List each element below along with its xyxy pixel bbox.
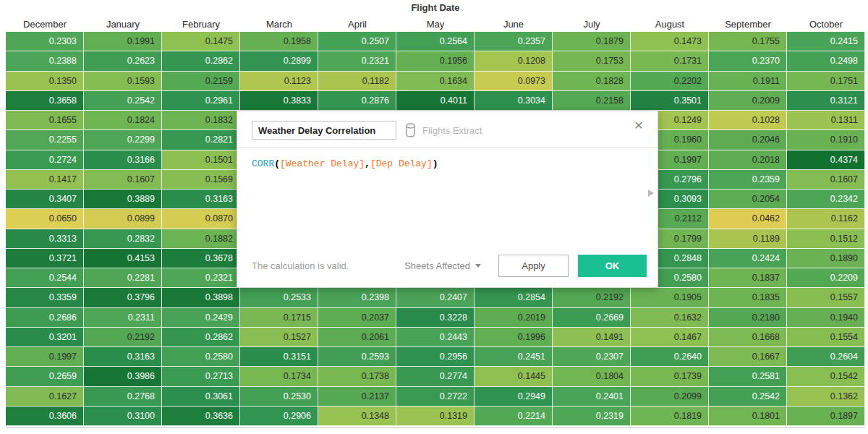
heatmap-cell[interactable]: 0.1467 xyxy=(631,328,709,347)
heatmap-cell[interactable]: 0.2388 xyxy=(6,51,84,71)
heatmap-cell[interactable]: 0.1655 xyxy=(6,111,84,130)
heatmap-cell[interactable]: 0.2018 xyxy=(709,150,787,170)
heatmap-cell[interactable]: 0.1940 xyxy=(787,308,865,328)
heatmap-cell[interactable]: 0.3061 xyxy=(162,387,240,407)
heatmap-cell[interactable]: 0.4011 xyxy=(396,91,475,111)
heatmap-cell[interactable]: 0.3407 xyxy=(6,190,84,209)
heatmap-cell[interactable]: 0.3121 xyxy=(787,91,865,111)
heatmap-cell[interactable]: 0.2321 xyxy=(162,268,240,288)
heatmap-cell[interactable]: 0.2768 xyxy=(84,387,162,407)
heatmap-cell[interactable]: 0.1123 xyxy=(240,72,318,91)
heatmap-cell[interactable]: 0.2581 xyxy=(709,367,787,386)
column-header-march[interactable]: March xyxy=(240,17,318,31)
heatmap-cell[interactable]: 0.1837 xyxy=(709,268,787,288)
heatmap-cell[interactable]: 0.2099 xyxy=(631,387,709,407)
heatmap-cell[interactable]: 0.3606 xyxy=(6,407,84,426)
heatmap-cell[interactable]: 0.2407 xyxy=(396,288,475,307)
heatmap-cell[interactable]: 0.1527 xyxy=(240,328,318,347)
heatmap-cell[interactable]: 0.1731 xyxy=(631,51,709,71)
heatmap-cell[interactable]: 0.3636 xyxy=(162,407,240,426)
heatmap-cell[interactable]: 0.2593 xyxy=(318,347,396,367)
heatmap-cell[interactable]: 0.1739 xyxy=(631,367,709,386)
heatmap-cell[interactable]: 0.1162 xyxy=(787,209,865,229)
heatmap-cell[interactable]: 0.3166 xyxy=(84,150,162,170)
heatmap-cell[interactable]: 0.2722 xyxy=(396,387,475,407)
heatmap-cell[interactable]: 0.3658 xyxy=(6,91,84,111)
heatmap-cell[interactable]: 0.1607 xyxy=(84,170,162,190)
heatmap-cell[interactable]: 0.2370 xyxy=(709,51,787,71)
close-icon[interactable]: × xyxy=(631,117,646,133)
column-header-january[interactable]: January xyxy=(84,17,162,31)
heatmap-cell[interactable]: 0.1311 xyxy=(787,111,865,130)
heatmap-cell[interactable]: 0.2037 xyxy=(318,308,396,328)
heatmap-cell[interactable]: 0.0973 xyxy=(475,72,553,91)
heatmap-cell[interactable]: 0.2255 xyxy=(6,130,84,150)
heatmap-cell[interactable]: 0.1632 xyxy=(631,308,709,328)
heatmap-cell[interactable]: 0.2159 xyxy=(162,72,240,91)
column-header-april[interactable]: April xyxy=(318,17,396,31)
heatmap-cell[interactable]: 0.2956 xyxy=(396,347,475,367)
heatmap-cell[interactable]: 0.0462 xyxy=(709,209,787,229)
column-header-december[interactable]: December xyxy=(6,17,84,31)
heatmap-cell[interactable]: 0.2401 xyxy=(553,387,631,407)
heatmap-cell[interactable]: 0.2180 xyxy=(709,308,787,328)
heatmap-cell[interactable]: 0.2281 xyxy=(84,268,162,288)
heatmap-cell[interactable]: 0.2319 xyxy=(553,407,631,426)
heatmap-cell[interactable]: 0.3986 xyxy=(84,367,162,386)
heatmap-cell[interactable]: 0.2604 xyxy=(787,347,865,367)
heatmap-cell[interactable]: 0.2507 xyxy=(318,32,396,51)
heatmap-cell[interactable]: 0.4374 xyxy=(787,150,865,170)
column-header-october[interactable]: October xyxy=(787,17,865,31)
heatmap-cell[interactable]: 0.1956 xyxy=(396,51,475,71)
heatmap-cell[interactable]: 0.3201 xyxy=(6,328,84,347)
heatmap-cell[interactable]: 0.2359 xyxy=(709,170,787,190)
heatmap-cell[interactable]: 0.2862 xyxy=(162,328,240,347)
column-header-may[interactable]: May xyxy=(396,17,475,31)
heatmap-cell[interactable]: 0.2137 xyxy=(318,387,396,407)
heatmap-cell[interactable]: 0.2214 xyxy=(475,407,553,426)
heatmap-cell[interactable]: 0.1319 xyxy=(396,407,475,426)
ok-button[interactable]: OK xyxy=(578,255,647,277)
heatmap-cell[interactable]: 0.3163 xyxy=(84,347,162,367)
heatmap-cell[interactable]: 0.2054 xyxy=(709,190,787,209)
heatmap-cell[interactable]: 0.1557 xyxy=(787,288,865,307)
heatmap-cell[interactable]: 0.1208 xyxy=(475,51,553,71)
heatmap-cell[interactable]: 0.2724 xyxy=(6,150,84,170)
heatmap-cell[interactable]: 0.4153 xyxy=(84,249,162,268)
heatmap-cell[interactable]: 0.1028 xyxy=(709,111,787,130)
heatmap-cell[interactable]: 0.1882 xyxy=(162,229,240,249)
heatmap-cell[interactable]: 0.3796 xyxy=(84,288,162,307)
heatmap-cell[interactable]: 0.2429 xyxy=(162,308,240,328)
heatmap-cell[interactable]: 0.1348 xyxy=(318,407,396,426)
heatmap-cell[interactable]: 0.1801 xyxy=(709,407,787,426)
heatmap-cell[interactable]: 0.1879 xyxy=(553,32,631,51)
column-header-september[interactable]: September xyxy=(709,17,787,31)
heatmap-cell[interactable]: 0.2009 xyxy=(709,91,787,111)
heatmap-cell[interactable]: 0.1627 xyxy=(6,387,84,407)
heatmap-cell[interactable]: 0.2398 xyxy=(318,288,396,307)
heatmap-cell[interactable]: 0.1607 xyxy=(787,170,865,190)
heatmap-cell[interactable]: 0.2424 xyxy=(709,249,787,268)
heatmap-cell[interactable]: 0.2192 xyxy=(553,288,631,307)
heatmap-cell[interactable]: 0.2544 xyxy=(6,268,84,288)
heatmap-cell[interactable]: 0.1905 xyxy=(631,288,709,307)
heatmap-cell[interactable]: 0.2876 xyxy=(318,91,396,111)
heatmap-cell[interactable]: 0.1569 xyxy=(162,170,240,190)
heatmap-cell[interactable]: 0.2899 xyxy=(240,51,318,71)
heatmap-cell[interactable]: 0.2906 xyxy=(240,407,318,426)
heatmap-cell[interactable]: 0.2530 xyxy=(240,387,318,407)
heatmap-cell[interactable]: 0.2862 xyxy=(162,51,240,71)
heatmap-cell[interactable]: 0.1475 xyxy=(162,32,240,51)
column-header-february[interactable]: February xyxy=(162,17,240,31)
heatmap-cell[interactable]: 0.2542 xyxy=(709,387,787,407)
heatmap-cell[interactable]: 0.2299 xyxy=(84,130,162,150)
heatmap-cell[interactable]: 0.1501 xyxy=(162,150,240,170)
heatmap-cell[interactable]: 0.2713 xyxy=(162,367,240,386)
heatmap-cell[interactable]: 0.2342 xyxy=(787,190,865,209)
heatmap-cell[interactable]: 0.2640 xyxy=(631,347,709,367)
heatmap-cell[interactable]: 0.1997 xyxy=(6,347,84,367)
heatmap-cell[interactable]: 0.3163 xyxy=(162,190,240,209)
heatmap-cell[interactable]: 0.1668 xyxy=(709,328,787,347)
heatmap-cell[interactable]: 0.1634 xyxy=(396,72,475,91)
heatmap-cell[interactable]: 0.1738 xyxy=(318,367,396,386)
